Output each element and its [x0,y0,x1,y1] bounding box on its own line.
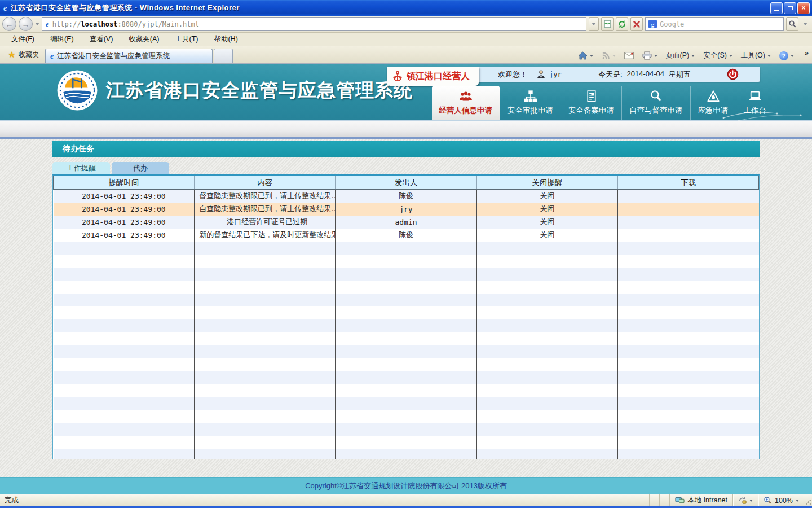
panel-titlebar: 待办任务 [52,141,760,157]
page-footer: Copyright©江苏省交通规划设计院股份有限公司 2013版权所有 [0,477,812,494]
page-content: 待办任务 工作提醒 代办 提醒时间 内容 发出人 关闭提醒 下载 2014-04… [0,139,812,477]
empty-table-row [54,281,759,294]
nav-item-label: 工作台 [744,106,767,116]
tab-work-reminder[interactable]: 工作提醒 [52,162,110,174]
address-toolbar: ← → e http://localhost:8080/yjpt/Main.ht… [0,16,812,33]
resize-grip[interactable] [804,494,812,506]
zoom-control[interactable]: 100% [758,494,804,506]
page-icon: e [46,20,49,29]
cell-content: 督查隐患整改期限已到，请上传整改结果… [195,190,336,203]
empty-table-row [54,332,759,345]
mail-icon [624,52,634,59]
favorites-button[interactable]: ★ 收藏夹 [2,47,45,63]
back-button[interactable]: ← [2,17,16,31]
back-arrow-icon: ← [6,20,14,29]
protected-mode-button[interactable] [732,494,758,506]
port-logo [56,69,98,111]
forward-button[interactable]: → [19,17,33,31]
google-icon: g [648,20,657,28]
empty-table-row [54,358,759,371]
print-button[interactable] [639,50,661,62]
nav-item-safety-approval[interactable]: 安全审批申请 [500,86,561,120]
table-row[interactable]: 2014-04-01 23:49:00 港口经营许可证号已过期 admin 关闭 [54,216,759,229]
table-header-row: 提醒时间 内容 发出人 关闭提醒 下载 [54,176,759,190]
table-row-highlighted[interactable]: 2014-04-01 23:49:00 自查隐患整改期限已到，请上传整改结果… … [54,203,759,216]
nav-item-operator-info[interactable]: 经营人信息申请 [432,86,500,120]
help-icon: ? [779,51,788,60]
nav-item-label: 自查与督查申请 [629,106,683,116]
close-reminder-link[interactable]: 关闭 [476,216,617,229]
menu-tools[interactable]: 工具(T) [167,33,206,46]
intranet-zone-icon [675,497,685,505]
minimize-button[interactable] [770,2,783,14]
security-zone[interactable]: 本地 Intranet [669,494,732,506]
toolbar-overflow-button[interactable]: » [805,49,809,57]
nav-item-label: 安全审批申请 [508,106,553,116]
nav-item-self-inspection[interactable]: 自查与督查申请 [621,86,690,120]
menu-favorites[interactable]: 收藏夹(A) [121,33,167,46]
chevron-down-icon [590,55,593,57]
menu-help[interactable]: 帮助(H) [206,33,245,46]
zoom-magnifier-icon [764,496,772,505]
chevron-down-icon [796,500,799,502]
copyright-text: Copyright©江苏省交通规划设计院股份有限公司 2013版权所有 [305,481,507,491]
magnifier-icon [647,89,664,103]
tab-todo[interactable]: 代办 [112,162,169,174]
cell-time: 2014-04-01 23:49:00 [54,216,195,229]
compatibility-icon [603,20,612,28]
address-field[interactable]: e http://localhost:8080/yjpt/Main.html [42,17,586,31]
table-row[interactable]: 2014-04-01 23:49:00 新的督查结果已下达，请及时更新整改结果 … [54,229,759,242]
chevron-down-icon [791,55,794,57]
search-button[interactable] [786,17,798,31]
home-button[interactable] [575,50,597,62]
nav-item-emergency[interactable]: 应急申请 [690,86,736,120]
compatibility-view-button[interactable] [601,17,614,31]
chevron-down-icon [749,500,753,502]
recent-pages-dropdown[interactable] [35,23,39,25]
close-reminder-link[interactable]: 关闭 [476,229,617,242]
menu-edit[interactable]: 编辑(E) [42,33,82,46]
close-button[interactable]: × [797,2,810,14]
laptop-icon [746,89,764,103]
search-options-dropdown[interactable] [801,17,810,31]
help-button[interactable]: ? [776,50,797,62]
restore-button[interactable] [784,2,796,14]
task-tabs: 工作提醒 代办 [52,162,760,174]
safety-menu-button[interactable]: 安全(S) [700,49,736,62]
address-dropdown-button[interactable] [589,17,599,31]
tools-menu-button[interactable]: 工具(O) [738,49,774,62]
chevron-down-icon [612,55,616,57]
nav-item-safety-filing[interactable]: 安全备案申请 [561,86,621,120]
close-reminder-link[interactable]: 关闭 [476,190,617,203]
favorites-label: 收藏夹 [18,50,39,60]
menu-view[interactable]: 查看(V) [82,33,121,46]
home-icon [578,51,588,60]
cell-time: 2014-04-01 23:49:00 [54,229,195,242]
feeds-button[interactable] [598,50,619,62]
status-spacer [649,494,659,506]
browser-tab-active[interactable]: e 江苏省港口安全监管与应急管理系统 [45,49,213,63]
chevron-down-icon [654,55,657,57]
cell-sender: 陈俊 [336,190,476,203]
chevron-down-icon [691,55,695,57]
menu-file[interactable]: 文件(F) [3,33,42,46]
logout-button[interactable] [727,68,739,80]
welcome-label: 欢迎您！ [498,69,527,80]
close-reminder-link[interactable]: 关闭 [476,203,617,216]
stop-button[interactable] [630,17,643,31]
search-box[interactable]: g [645,17,784,31]
page-menu-button[interactable]: 页面(P) [663,49,699,62]
read-mail-button[interactable] [621,50,637,61]
safety-menu-label: 安全(S) [703,51,727,60]
empty-table-row [54,242,759,255]
col-download: 下载 [617,176,758,190]
table-row[interactable]: 2014-04-01 23:49:00 督查隐患整改期限已到，请上传整改结果… … [54,190,759,203]
refresh-button[interactable] [616,17,628,31]
weekday: 星期五 [669,69,691,80]
search-input[interactable] [660,20,780,28]
nav-item-workbench[interactable]: 工作台 [736,86,774,120]
users-icon [456,89,475,103]
main-navigation: 经营人信息申请 安全审批申请 安全备案申请 自查与督查申请 应急申请 工作台 [432,86,774,120]
col-close-reminder: 关闭提醒 [476,176,617,190]
new-tab-button[interactable] [214,49,233,63]
